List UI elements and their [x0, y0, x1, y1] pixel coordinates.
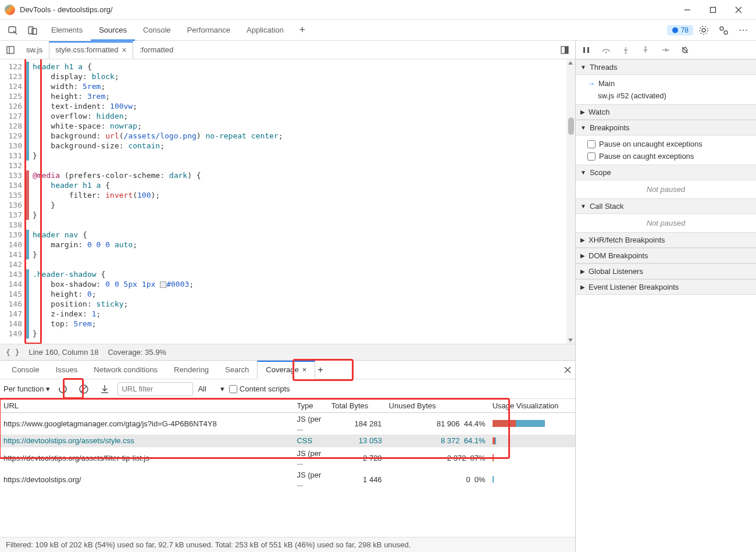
coverage-row[interactable]: https://devtoolstips.org/JS (per ...1 44…: [0, 469, 575, 490]
issues-pill[interactable]: 78: [667, 25, 693, 35]
code-area[interactable]: header h1 a { display: block; width: 5re…: [29, 59, 575, 344]
col-header[interactable]: Unused Bytes: [386, 399, 489, 413]
step-icon[interactable]: [658, 43, 672, 57]
main-tab-performance[interactable]: Performance: [179, 20, 238, 41]
line-gutter: 1221231241251261271281291301311321331341…: [0, 59, 24, 344]
maximize-button[interactable]: [700, 2, 726, 18]
pause-caught-checkbox[interactable]: Pause on caught exceptions: [587, 150, 751, 162]
svg-point-26: [668, 49, 669, 51]
coverage-toolbar: Per function ▾ All ▾: [0, 379, 575, 399]
dock-icon[interactable]: [557, 42, 573, 58]
chevron-down-icon: ▾: [220, 384, 224, 393]
drawer-tab-rendering[interactable]: Rendering: [166, 361, 217, 379]
main-tab-elements[interactable]: Elements: [43, 20, 91, 41]
threads-header[interactable]: ▼Threads: [576, 59, 756, 75]
url-filter-input[interactable]: [117, 382, 193, 396]
col-header[interactable]: Type: [293, 399, 327, 413]
event-bp-header[interactable]: ▶Event Listener Breakpoints: [576, 279, 756, 295]
issues-count: 78: [681, 26, 689, 34]
watch-header[interactable]: ▶Watch: [576, 104, 756, 120]
step-over-icon[interactable]: [599, 43, 613, 57]
clear-icon[interactable]: [76, 381, 92, 397]
step-into-icon[interactable]: [619, 43, 633, 57]
minimize-button[interactable]: [675, 2, 700, 18]
scope-not-paused: Not paused: [576, 180, 756, 198]
xhr-bp-header[interactable]: ▶XHR/fetch Breakpoints: [576, 232, 756, 248]
coverage-row[interactable]: https://www.googletagmanager.com/gtag/js…: [0, 413, 575, 435]
close-icon[interactable]: ×: [302, 361, 307, 379]
file-tabs: sw.jsstyle.css:formatted×:formatted: [0, 41, 575, 59]
svg-point-11: [724, 31, 728, 34]
drawer-tab-issues[interactable]: Issues: [48, 361, 86, 379]
drawer-tab-network-conditions[interactable]: Network conditions: [85, 361, 166, 379]
scrollbar-thumb[interactable]: [568, 117, 574, 135]
more-icon[interactable]: ⋯: [734, 22, 753, 38]
export-icon[interactable]: [97, 381, 113, 397]
step-out-icon[interactable]: [639, 43, 652, 57]
pause-uncaught-checkbox[interactable]: Pause on uncaught exceptions: [587, 138, 751, 150]
col-header[interactable]: Total Bytes: [328, 399, 386, 413]
drawer-tab-coverage[interactable]: Coverage×: [257, 361, 315, 379]
gear-icon[interactable]: [694, 22, 713, 38]
inspect-icon[interactable]: [3, 22, 22, 38]
svg-rect-22: [587, 47, 589, 53]
app-icon: [5, 5, 15, 15]
code-editor[interactable]: 1221231241251261271281291301311321331341…: [0, 59, 575, 344]
titlebar: DevTools - devtoolstips.org/: [0, 0, 756, 20]
dom-bp-header[interactable]: ▶DOM Breakpoints: [576, 248, 756, 263]
scrollbar-vertical[interactable]: [566, 59, 575, 344]
svg-rect-1: [711, 7, 716, 12]
svg-point-25: [645, 46, 647, 48]
coverage-footer: Filtered: 109 kB of 202 kB (54%) used so…: [0, 537, 575, 552]
svg-point-9: [700, 26, 708, 34]
close-drawer-icon[interactable]: [564, 366, 572, 374]
coverage-status: Coverage: 35.9%: [108, 348, 166, 357]
thread-sw[interactable]: sw.js #52 (activated): [587, 90, 751, 102]
svg-point-10: [720, 27, 723, 30]
add-drawer-tab-icon[interactable]: +: [318, 365, 323, 375]
coverage-row[interactable]: https://devtoolstips.org/assets/style.cs…: [0, 435, 575, 447]
file-tab[interactable]: :formatted: [133, 41, 180, 59]
coverage-row[interactable]: https://devtoolstips.org/assets/filter-t…: [0, 447, 575, 469]
col-header[interactable]: URL: [0, 399, 293, 413]
main-tab-application[interactable]: Application: [238, 20, 292, 41]
pretty-print-icon[interactable]: { }: [6, 348, 19, 357]
drawer-tabs: ConsoleIssuesNetwork conditionsRendering…: [0, 361, 575, 379]
main-tab-console[interactable]: Console: [135, 20, 179, 41]
content-scripts-checkbox[interactable]: Content scripts: [229, 384, 290, 393]
svg-line-19: [81, 386, 87, 392]
thread-main[interactable]: →Main: [587, 77, 751, 90]
chevron-down-icon: ▾: [46, 384, 50, 393]
file-tab[interactable]: sw.js: [20, 41, 49, 59]
breakpoints-header[interactable]: ▼Breakpoints: [576, 120, 756, 136]
svg-point-7: [672, 27, 678, 33]
window-title: DevTools - devtoolstips.org/: [20, 5, 675, 14]
close-button[interactable]: [726, 2, 751, 18]
device-icon[interactable]: [23, 22, 42, 38]
coverage-table[interactable]: URLTypeTotal BytesUnused BytesUsage Visu…: [0, 399, 575, 490]
drawer: ConsoleIssuesNetwork conditionsRendering…: [0, 360, 575, 552]
account-icon[interactable]: [714, 22, 733, 38]
main-tabs: ElementsSourcesConsolePerformanceApplica…: [0, 20, 756, 41]
svg-rect-12: [7, 47, 14, 54]
close-icon[interactable]: ×: [122, 41, 127, 59]
deactivate-bp-icon[interactable]: [678, 43, 692, 57]
drawer-tab-search[interactable]: Search: [217, 361, 257, 379]
svg-rect-5: [28, 27, 33, 34]
main-tab-sources[interactable]: Sources: [91, 20, 135, 41]
editor-status: { } Line 160, Column 18 Coverage: 35.9%: [0, 344, 575, 360]
debugger-toolbar: [576, 41, 756, 59]
file-tab[interactable]: style.css:formatted×: [49, 41, 133, 59]
pause-icon[interactable]: [579, 43, 593, 57]
reload-icon[interactable]: [55, 381, 71, 397]
global-listeners-header[interactable]: ▶Global Listeners: [576, 263, 756, 279]
scope-header[interactable]: ▼Scope: [576, 165, 756, 180]
svg-point-24: [625, 52, 627, 54]
callstack-header[interactable]: ▼Call Stack: [576, 198, 756, 214]
nav-toggle-icon[interactable]: [2, 42, 19, 58]
col-header[interactable]: Usage Visualization: [489, 399, 575, 413]
type-filter-dropdown[interactable]: All ▾: [198, 384, 224, 393]
add-tab-icon[interactable]: +: [293, 22, 312, 38]
coverage-mode-dropdown[interactable]: Per function ▾: [3, 384, 50, 393]
drawer-tab-console[interactable]: Console: [3, 361, 48, 379]
